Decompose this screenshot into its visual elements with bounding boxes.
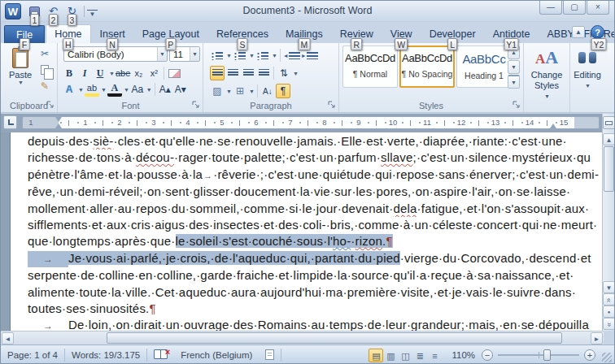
line-spacing-dropdown-arrow[interactable]: ▼ bbox=[293, 71, 299, 76]
borders-button[interactable]: ⊞ bbox=[233, 84, 247, 98]
justify-button[interactable] bbox=[256, 66, 271, 80]
align-left-button[interactable] bbox=[210, 66, 225, 80]
styles-scroll-down-button[interactable]: ▼ bbox=[508, 60, 520, 74]
line-spacing-button[interactable]: ⇅ bbox=[277, 66, 291, 80]
view-print-layout-button[interactable]: ▤ bbox=[369, 349, 383, 362]
help-button[interactable]: ? bbox=[591, 25, 604, 39]
text-effects-button[interactable]: A bbox=[62, 82, 76, 97]
window-resize-grip[interactable] bbox=[602, 353, 612, 362]
minimize-ribbon-button[interactable]: ▲ bbox=[572, 26, 585, 38]
paste-button[interactable]: Paste ▼ bbox=[6, 46, 35, 100]
tab-antidote[interactable]: AntidoteY1 bbox=[485, 25, 539, 43]
tab-selector-button[interactable] bbox=[3, 115, 17, 129]
tab-references[interactable]: ReferencesS bbox=[208, 25, 277, 43]
grow-font-button[interactable]: A▴ bbox=[158, 82, 172, 97]
clipboard-dialog-launcher[interactable] bbox=[46, 101, 55, 110]
horizontal-ruler[interactable]: 1123456789101112131415 bbox=[22, 116, 600, 129]
strikethrough-button[interactable]: abe bbox=[116, 66, 130, 80]
close-button[interactable]: × bbox=[587, 1, 609, 15]
style--no-spacing[interactable]: AaBbCcDd¶ No Spacing bbox=[399, 46, 455, 88]
paste-dropdown-arrow[interactable]: ▼ bbox=[7, 80, 35, 85]
change-styles-button[interactable]: AA Change Styles ▼ bbox=[524, 46, 569, 102]
highlight-button[interactable]: ab bbox=[85, 82, 99, 97]
paragraph-dialog-launcher[interactable] bbox=[328, 101, 337, 110]
zoom-out-button[interactable]: − bbox=[482, 349, 493, 361]
cut-button[interactable]: ✂ bbox=[37, 46, 53, 61]
view-full-screen-reading-button[interactable]: ▥ bbox=[383, 349, 398, 362]
change-case-button[interactable]: Aa bbox=[130, 82, 145, 97]
scroll-down-button[interactable]: ▼ bbox=[603, 281, 615, 293]
font-color-button[interactable]: A bbox=[107, 82, 122, 97]
previous-page-button[interactable]: » bbox=[603, 293, 615, 306]
tab-page-layout[interactable]: Page LayoutP bbox=[134, 25, 207, 43]
text-line[interactable]: depuis·des·siè-·cles·et·qu'elle·ne·se·re… bbox=[28, 133, 601, 150]
align-center-button[interactable] bbox=[225, 66, 240, 80]
multilevel-dropdown-arrow[interactable]: ▼ bbox=[272, 53, 277, 58]
format-painter-button[interactable]: ✎ bbox=[37, 79, 53, 93]
text-line[interactable]: serpente·de·colline·en·colline,·garde·fr… bbox=[28, 267, 601, 284]
tab-review[interactable]: ReviewR bbox=[332, 25, 382, 43]
change-case-dropdown-arrow[interactable]: ▼ bbox=[146, 87, 152, 93]
text-line[interactable]: →Je·vous·ai·parlé,·je·crois,·de·l'aquedu… bbox=[28, 250, 601, 267]
text-line[interactable]: richesse·de·tons·à·décou-·rager·toute·pa… bbox=[28, 150, 601, 166]
next-page-button[interactable]: » bbox=[603, 318, 615, 330]
minimize-button[interactable]: — bbox=[539, 1, 562, 15]
shading-dropdown-arrow[interactable]: ▼ bbox=[226, 89, 232, 94]
decrease-indent-button[interactable]: ◄ bbox=[283, 48, 300, 63]
view-draft-button[interactable]: ≡ bbox=[427, 349, 442, 362]
scroll-right-button[interactable]: ► bbox=[591, 332, 603, 344]
highlight-dropdown-arrow[interactable]: ▼ bbox=[101, 87, 107, 93]
copy-button[interactable] bbox=[37, 63, 53, 77]
language-status[interactable]: French (Belgium) bbox=[174, 350, 259, 360]
horizontal-scroll-thumb[interactable] bbox=[107, 332, 562, 344]
hanging-indent-marker[interactable] bbox=[55, 124, 62, 128]
scroll-left-button[interactable]: ◄ bbox=[2, 332, 14, 344]
clear-formatting-button[interactable] bbox=[167, 66, 181, 80]
horizontal-scrollbar[interactable]: ◄ ► bbox=[1, 331, 604, 344]
document-area[interactable]: depuis·des·siè-·cles·et·qu'elle·ne·se·re… bbox=[1, 132, 604, 331]
restore-button[interactable]: ▢ bbox=[563, 1, 586, 15]
bullets-dropdown-arrow[interactable]: ▼ bbox=[226, 53, 232, 58]
right-indent-marker[interactable] bbox=[550, 124, 556, 128]
change-styles-dropdown-arrow[interactable]: ▼ bbox=[525, 91, 569, 102]
italic-button[interactable]: I bbox=[77, 66, 92, 80]
text-line[interactable]: mollement·aller·au·repos·du·sommeil,·com… bbox=[28, 201, 601, 217]
show-formatting-marks-button[interactable]: ¶ bbox=[276, 84, 290, 98]
bullets-button[interactable] bbox=[210, 48, 225, 63]
zoom-slider[interactable] bbox=[498, 354, 579, 356]
sort-button[interactable]: A↓ bbox=[260, 84, 275, 98]
word-count-status[interactable]: Words: 19/3.175 bbox=[65, 350, 146, 360]
shading-button[interactable]: ▨ bbox=[210, 84, 225, 98]
borders-dropdown-arrow[interactable]: ▼ bbox=[249, 89, 255, 94]
text-line[interactable]: →De·loin,·on·dirait·un·ouvrage·des·Romai… bbox=[28, 317, 601, 331]
underline-dropdown-arrow[interactable]: ▼ bbox=[109, 71, 115, 76]
zoom-slider-thumb[interactable] bbox=[543, 349, 551, 361]
text-line[interactable]: pénètre·l'âme·et·la·pousse·à·la→·rêverie… bbox=[28, 167, 601, 184]
text-effects-dropdown-arrow[interactable]: ▼ bbox=[78, 87, 84, 93]
align-right-button[interactable] bbox=[241, 66, 255, 80]
text-line[interactable]: que·longtemps·après·que·le·soleil·s'est·… bbox=[28, 233, 601, 249]
style-heading-1[interactable]: AaBbCcHeading 1 bbox=[456, 46, 512, 88]
styles-more-button[interactable]: ▼ bbox=[508, 75, 520, 89]
styles-dialog-launcher[interactable] bbox=[512, 101, 521, 110]
proofing-status-button[interactable]: × bbox=[147, 349, 174, 361]
style--normal[interactable]: AaBbCcDd¶ Normal bbox=[342, 46, 398, 88]
multilevel-list-button[interactable] bbox=[255, 48, 270, 63]
tab-mailings[interactable]: MailingsM bbox=[277, 25, 331, 43]
tab-home[interactable]: HomeH bbox=[46, 24, 90, 43]
vertical-scrollbar[interactable]: ▲ ▼ » ● » bbox=[602, 114, 614, 331]
shrink-font-button[interactable]: A▾ bbox=[173, 82, 188, 97]
tab-view[interactable]: ViewW bbox=[382, 25, 421, 43]
view-web-layout-button[interactable]: ◫ bbox=[398, 349, 412, 362]
text-line[interactable]: sifflements·et·aux·cris·aigus·des·insect… bbox=[28, 217, 601, 233]
text-line[interactable]: rêve,·un·demi-réveil;·on·sent·glisser·do… bbox=[28, 184, 601, 200]
tab-insert[interactable]: InsertN bbox=[92, 25, 133, 43]
chevron-down-icon[interactable]: ▼ bbox=[190, 47, 199, 61]
font-color-dropdown-arrow[interactable]: ▼ bbox=[124, 87, 129, 93]
numbering-dropdown-arrow[interactable]: ▼ bbox=[249, 53, 255, 58]
page-count-status[interactable]: Page: 1 of 4 bbox=[1, 350, 64, 360]
editing-button[interactable]: Editing ▼ bbox=[570, 46, 604, 91]
tab-file[interactable]: FileF bbox=[4, 25, 45, 43]
scroll-up-button[interactable]: ▲ bbox=[603, 133, 615, 145]
subscript-button[interactable]: x₂ bbox=[131, 66, 146, 80]
